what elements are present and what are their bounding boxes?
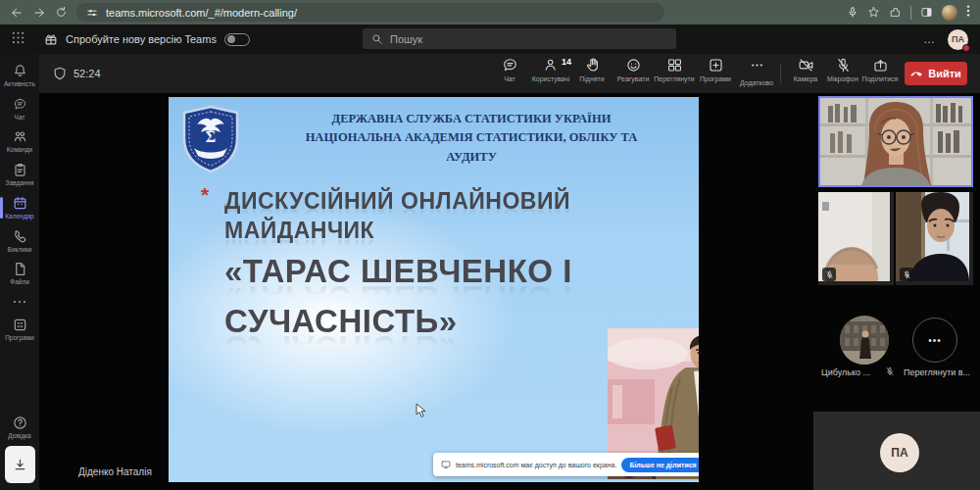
self-view-area: ПА bbox=[813, 412, 980, 490]
smiley-icon bbox=[625, 57, 642, 74]
view-more-circle[interactable]: ••• bbox=[912, 318, 957, 363]
mic-muted-icon bbox=[900, 268, 913, 281]
quote-line-2: СУЧАСНІСТЬ» bbox=[224, 296, 572, 346]
address-bar[interactable]: teams.microsoft.com/_#/modern-calling/ bbox=[76, 3, 664, 22]
sidebar-item-more[interactable] bbox=[0, 291, 39, 309]
self-avatar[interactable]: ПА bbox=[880, 433, 919, 472]
leave-call-button[interactable]: Вийти bbox=[905, 62, 967, 85]
search-input[interactable]: Пошук bbox=[363, 28, 676, 49]
avatar-photo bbox=[840, 316, 889, 365]
mic-button[interactable]: Мікрофон bbox=[824, 57, 861, 91]
camera-button[interactable]: Камера bbox=[787, 57, 824, 91]
monitor-icon bbox=[441, 460, 451, 469]
svg-text:Σ: Σ bbox=[206, 128, 216, 145]
calendar-icon bbox=[13, 196, 27, 211]
video-tile-participant-2[interactable] bbox=[818, 192, 894, 285]
participants-icon bbox=[543, 57, 560, 74]
sidebar-item-calendar[interactable]: Календар bbox=[0, 196, 39, 220]
chat-icon bbox=[502, 57, 518, 74]
share-button[interactable]: Поділитися bbox=[861, 57, 899, 91]
participants-panel: ••• Цибулько ... Переглянути в... ПА bbox=[813, 93, 980, 490]
mic-off-icon bbox=[835, 57, 852, 74]
gift-icon bbox=[44, 32, 58, 46]
presence-dot bbox=[962, 44, 970, 52]
mic-muted-icon bbox=[822, 268, 836, 281]
title-line-2: МАЙДАНЧИК bbox=[224, 216, 572, 245]
browser-back-icon[interactable] bbox=[10, 6, 24, 20]
user-avatar[interactable]: ПА bbox=[948, 29, 968, 50]
mouse-cursor bbox=[416, 403, 426, 422]
download-app-button[interactable] bbox=[5, 446, 35, 483]
more-dots-icon bbox=[749, 57, 765, 77]
shared-screen-stage: Σ ДЕРЖАВНА СЛУЖБА СТАТИСТИКИ УКРАЇНИ НАЦ… bbox=[39, 93, 813, 490]
participant-name-label: Цибулько ... bbox=[821, 368, 882, 377]
extensions-icon[interactable] bbox=[889, 6, 902, 19]
sidebar-item-teams[interactable]: Команди bbox=[0, 129, 39, 153]
sidebar-item-activity[interactable]: Активність bbox=[0, 64, 39, 87]
hangup-icon bbox=[910, 67, 923, 81]
search-placeholder: Пошук bbox=[390, 33, 422, 45]
site-settings-icon[interactable] bbox=[86, 7, 98, 19]
share-screen-icon bbox=[872, 57, 889, 74]
toolbar-divider bbox=[780, 64, 781, 83]
new-teams-toggle[interactable] bbox=[224, 33, 250, 46]
slide-title: ДИСКУСІЙНИЙ ОНЛАЙНОВИЙ МАЙДАНЧИК «ТАРАС … bbox=[224, 186, 572, 346]
org-line-1: ДЕРЖАВНА СЛУЖБА СТАТИСТИКИ УКРАЇНИ bbox=[253, 110, 690, 128]
share-message: teams.microsoft.com має доступ до вашого… bbox=[456, 462, 616, 468]
apps-plus-icon bbox=[708, 57, 724, 74]
phone-icon bbox=[13, 229, 27, 244]
browser-menu-icon[interactable] bbox=[966, 4, 970, 22]
apps-button[interactable]: Програми bbox=[695, 57, 736, 91]
browser-toolbar: teams.microsoft.com/_#/modern-calling/ bbox=[0, 0, 980, 24]
quote-line-1: «ТАРАС ШЕВЧЕНКО І bbox=[224, 246, 572, 296]
academy-logo: Σ bbox=[180, 105, 241, 177]
teams-more-icon[interactable]: … bbox=[923, 32, 936, 46]
more-apps-icon bbox=[13, 291, 26, 309]
view-grid-icon bbox=[666, 57, 683, 74]
bell-icon bbox=[13, 64, 27, 78]
stop-sharing-button[interactable]: Більше не ділитися bbox=[621, 458, 699, 472]
sidebar-item-files[interactable]: Файли bbox=[0, 262, 39, 285]
slide-org-header: ДЕРЖАВНА СЛУЖБА СТАТИСТИКИ УКРАЇНИ НАЦІО… bbox=[253, 110, 690, 167]
view-button[interactable]: Переглянути bbox=[654, 57, 695, 91]
sidebar-item-apps[interactable]: Програми bbox=[0, 318, 39, 341]
participant-avatar-photo[interactable] bbox=[840, 316, 889, 365]
ellipsis-dots: ••• bbox=[928, 335, 942, 346]
url-text: teams.microsoft.com/_#/modern-calling/ bbox=[106, 7, 297, 19]
chat-bubble-icon bbox=[13, 97, 27, 112]
browser-profile-avatar[interactable] bbox=[942, 5, 957, 21]
help-icon bbox=[13, 416, 27, 430]
org-line-3: АУДИТУ bbox=[253, 148, 690, 167]
app-sidebar: Активність Чат Команди Завдання Календар… bbox=[0, 54, 39, 490]
browser-reload-icon[interactable] bbox=[55, 6, 68, 19]
sidebar-item-calls[interactable]: Виклики bbox=[0, 229, 39, 253]
sidebar-item-assignments[interactable]: Завдання bbox=[0, 163, 39, 186]
mic-permission-icon[interactable] bbox=[847, 6, 858, 19]
chat-button[interactable]: Чат bbox=[489, 57, 530, 91]
more-options-button[interactable]: Додатково bbox=[736, 57, 777, 91]
bookmark-star-icon[interactable] bbox=[867, 6, 880, 19]
video-tile-speaker[interactable] bbox=[818, 96, 973, 187]
video-tile-participant-3[interactable] bbox=[896, 192, 973, 285]
teams-people-icon bbox=[13, 129, 27, 144]
file-icon bbox=[13, 262, 27, 276]
clipboard-icon bbox=[13, 163, 27, 177]
participants-count: 14 bbox=[562, 57, 571, 67]
download-icon bbox=[13, 458, 27, 472]
mic-muted-icon bbox=[885, 367, 895, 376]
slide-bullet-asterisk: * bbox=[201, 183, 209, 207]
org-line-2: НАЦІОНАЛЬНА АКАДЕМІЯ СТАТИСТИКИ, ОБЛІКУ … bbox=[253, 128, 690, 147]
leave-label: Вийти bbox=[928, 68, 961, 79]
side-panel-icon[interactable] bbox=[920, 6, 933, 19]
app-launcher-icon[interactable] bbox=[12, 30, 24, 48]
participants-button[interactable]: 14 Користувачі bbox=[530, 57, 571, 91]
sidebar-item-chat[interactable]: Чат bbox=[0, 97, 39, 121]
react-button[interactable]: Реагувати bbox=[612, 57, 654, 91]
view-more-label: Переглянути в... bbox=[904, 368, 976, 377]
call-timer: 52:24 bbox=[74, 68, 101, 79]
presenter-name-label: Діденко Наталія bbox=[78, 466, 152, 477]
raise-hand-button[interactable]: Підняти bbox=[571, 57, 612, 91]
screen-share-notification: teams.microsoft.com має доступ до вашого… bbox=[433, 453, 699, 476]
sidebar-item-help[interactable]: Довідка bbox=[0, 416, 39, 439]
browser-forward-icon[interactable] bbox=[32, 6, 46, 20]
